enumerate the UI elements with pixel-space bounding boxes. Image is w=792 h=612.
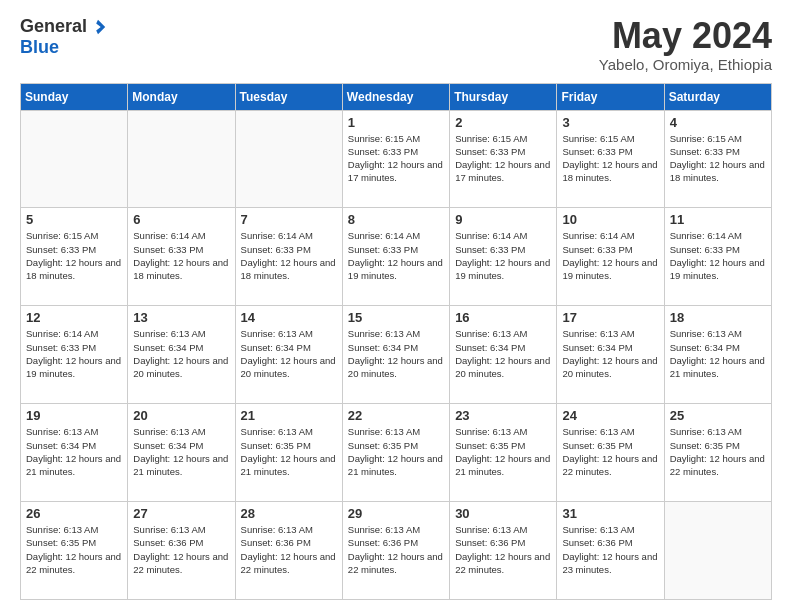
- day-info: Sunrise: 6:13 AM Sunset: 6:36 PM Dayligh…: [348, 523, 444, 576]
- calendar-week-4: 26Sunrise: 6:13 AM Sunset: 6:35 PM Dayli…: [21, 502, 772, 600]
- calendar-cell: 15Sunrise: 6:13 AM Sunset: 6:34 PM Dayli…: [342, 306, 449, 404]
- day-info: Sunrise: 6:13 AM Sunset: 6:34 PM Dayligh…: [348, 327, 444, 380]
- day-info: Sunrise: 6:13 AM Sunset: 6:34 PM Dayligh…: [133, 327, 229, 380]
- day-number: 22: [348, 408, 444, 423]
- calendar-cell: 12Sunrise: 6:14 AM Sunset: 6:33 PM Dayli…: [21, 306, 128, 404]
- logo-blue-text: Blue: [20, 37, 59, 57]
- day-info: Sunrise: 6:14 AM Sunset: 6:33 PM Dayligh…: [26, 327, 122, 380]
- day-number: 3: [562, 115, 658, 130]
- day-info: Sunrise: 6:13 AM Sunset: 6:36 PM Dayligh…: [455, 523, 551, 576]
- calendar-cell: 20Sunrise: 6:13 AM Sunset: 6:34 PM Dayli…: [128, 404, 235, 502]
- day-number: 10: [562, 212, 658, 227]
- calendar-cell: 19Sunrise: 6:13 AM Sunset: 6:34 PM Dayli…: [21, 404, 128, 502]
- day-info: Sunrise: 6:13 AM Sunset: 6:35 PM Dayligh…: [455, 425, 551, 478]
- logo: General Blue: [20, 16, 107, 58]
- day-number: 4: [670, 115, 766, 130]
- day-number: 26: [26, 506, 122, 521]
- calendar-cell: 8Sunrise: 6:14 AM Sunset: 6:33 PM Daylig…: [342, 208, 449, 306]
- calendar-cell: 27Sunrise: 6:13 AM Sunset: 6:36 PM Dayli…: [128, 502, 235, 600]
- day-info: Sunrise: 6:14 AM Sunset: 6:33 PM Dayligh…: [562, 229, 658, 282]
- day-number: 1: [348, 115, 444, 130]
- calendar-cell: 26Sunrise: 6:13 AM Sunset: 6:35 PM Dayli…: [21, 502, 128, 600]
- calendar-cell: 21Sunrise: 6:13 AM Sunset: 6:35 PM Dayli…: [235, 404, 342, 502]
- calendar-cell: [21, 110, 128, 208]
- calendar-cell: 30Sunrise: 6:13 AM Sunset: 6:36 PM Dayli…: [450, 502, 557, 600]
- day-info: Sunrise: 6:15 AM Sunset: 6:33 PM Dayligh…: [562, 132, 658, 185]
- day-number: 30: [455, 506, 551, 521]
- day-info: Sunrise: 6:14 AM Sunset: 6:33 PM Dayligh…: [241, 229, 337, 282]
- calendar-cell: 13Sunrise: 6:13 AM Sunset: 6:34 PM Dayli…: [128, 306, 235, 404]
- logo-icon: [89, 18, 107, 36]
- logo-general-text: General: [20, 16, 87, 37]
- day-info: Sunrise: 6:13 AM Sunset: 6:34 PM Dayligh…: [670, 327, 766, 380]
- calendar-cell: 5Sunrise: 6:15 AM Sunset: 6:33 PM Daylig…: [21, 208, 128, 306]
- calendar-cell: [128, 110, 235, 208]
- calendar-cell: 9Sunrise: 6:14 AM Sunset: 6:33 PM Daylig…: [450, 208, 557, 306]
- day-info: Sunrise: 6:14 AM Sunset: 6:33 PM Dayligh…: [670, 229, 766, 282]
- month-title: May 2024: [599, 16, 772, 56]
- calendar-cell: 31Sunrise: 6:13 AM Sunset: 6:36 PM Dayli…: [557, 502, 664, 600]
- day-info: Sunrise: 6:13 AM Sunset: 6:34 PM Dayligh…: [26, 425, 122, 478]
- day-number: 23: [455, 408, 551, 423]
- calendar-cell: 10Sunrise: 6:14 AM Sunset: 6:33 PM Dayli…: [557, 208, 664, 306]
- calendar-header-wednesday: Wednesday: [342, 83, 449, 110]
- calendar-cell: 29Sunrise: 6:13 AM Sunset: 6:36 PM Dayli…: [342, 502, 449, 600]
- day-info: Sunrise: 6:13 AM Sunset: 6:35 PM Dayligh…: [670, 425, 766, 478]
- day-info: Sunrise: 6:13 AM Sunset: 6:36 PM Dayligh…: [562, 523, 658, 576]
- calendar-cell: 6Sunrise: 6:14 AM Sunset: 6:33 PM Daylig…: [128, 208, 235, 306]
- day-number: 12: [26, 310, 122, 325]
- calendar-cell: 18Sunrise: 6:13 AM Sunset: 6:34 PM Dayli…: [664, 306, 771, 404]
- day-info: Sunrise: 6:13 AM Sunset: 6:35 PM Dayligh…: [348, 425, 444, 478]
- calendar-table: SundayMondayTuesdayWednesdayThursdayFrid…: [20, 83, 772, 600]
- day-number: 11: [670, 212, 766, 227]
- calendar-week-0: 1Sunrise: 6:15 AM Sunset: 6:33 PM Daylig…: [21, 110, 772, 208]
- calendar-cell: 1Sunrise: 6:15 AM Sunset: 6:33 PM Daylig…: [342, 110, 449, 208]
- location-text: Yabelo, Oromiya, Ethiopia: [599, 56, 772, 73]
- calendar-header-thursday: Thursday: [450, 83, 557, 110]
- day-number: 17: [562, 310, 658, 325]
- day-number: 21: [241, 408, 337, 423]
- calendar-cell: 17Sunrise: 6:13 AM Sunset: 6:34 PM Dayli…: [557, 306, 664, 404]
- day-info: Sunrise: 6:13 AM Sunset: 6:35 PM Dayligh…: [26, 523, 122, 576]
- day-info: Sunrise: 6:13 AM Sunset: 6:34 PM Dayligh…: [455, 327, 551, 380]
- calendar-cell: 2Sunrise: 6:15 AM Sunset: 6:33 PM Daylig…: [450, 110, 557, 208]
- calendar-header-tuesday: Tuesday: [235, 83, 342, 110]
- day-number: 27: [133, 506, 229, 521]
- svg-marker-0: [96, 19, 105, 33]
- day-info: Sunrise: 6:13 AM Sunset: 6:34 PM Dayligh…: [133, 425, 229, 478]
- day-info: Sunrise: 6:13 AM Sunset: 6:36 PM Dayligh…: [133, 523, 229, 576]
- calendar-header-monday: Monday: [128, 83, 235, 110]
- day-info: Sunrise: 6:14 AM Sunset: 6:33 PM Dayligh…: [348, 229, 444, 282]
- day-info: Sunrise: 6:14 AM Sunset: 6:33 PM Dayligh…: [455, 229, 551, 282]
- day-info: Sunrise: 6:15 AM Sunset: 6:33 PM Dayligh…: [348, 132, 444, 185]
- day-number: 2: [455, 115, 551, 130]
- day-number: 15: [348, 310, 444, 325]
- day-number: 6: [133, 212, 229, 227]
- day-info: Sunrise: 6:15 AM Sunset: 6:33 PM Dayligh…: [455, 132, 551, 185]
- day-info: Sunrise: 6:15 AM Sunset: 6:33 PM Dayligh…: [670, 132, 766, 185]
- day-info: Sunrise: 6:13 AM Sunset: 6:35 PM Dayligh…: [241, 425, 337, 478]
- day-info: Sunrise: 6:15 AM Sunset: 6:33 PM Dayligh…: [26, 229, 122, 282]
- calendar-cell: 4Sunrise: 6:15 AM Sunset: 6:33 PM Daylig…: [664, 110, 771, 208]
- calendar-cell: 14Sunrise: 6:13 AM Sunset: 6:34 PM Dayli…: [235, 306, 342, 404]
- calendar-cell: 22Sunrise: 6:13 AM Sunset: 6:35 PM Dayli…: [342, 404, 449, 502]
- header-right: May 2024 Yabelo, Oromiya, Ethiopia: [599, 16, 772, 73]
- calendar-cell: [235, 110, 342, 208]
- calendar-header-friday: Friday: [557, 83, 664, 110]
- calendar-header-row: SundayMondayTuesdayWednesdayThursdayFrid…: [21, 83, 772, 110]
- day-number: 7: [241, 212, 337, 227]
- calendar-cell: 7Sunrise: 6:14 AM Sunset: 6:33 PM Daylig…: [235, 208, 342, 306]
- calendar-header-saturday: Saturday: [664, 83, 771, 110]
- calendar-cell: 23Sunrise: 6:13 AM Sunset: 6:35 PM Dayli…: [450, 404, 557, 502]
- calendar-week-3: 19Sunrise: 6:13 AM Sunset: 6:34 PM Dayli…: [21, 404, 772, 502]
- calendar-cell: 24Sunrise: 6:13 AM Sunset: 6:35 PM Dayli…: [557, 404, 664, 502]
- calendar-cell: [664, 502, 771, 600]
- day-number: 20: [133, 408, 229, 423]
- day-number: 5: [26, 212, 122, 227]
- calendar-cell: 28Sunrise: 6:13 AM Sunset: 6:36 PM Dayli…: [235, 502, 342, 600]
- day-number: 16: [455, 310, 551, 325]
- page-header: General Blue May 2024 Yabelo, Oromiya, E…: [20, 16, 772, 73]
- calendar-cell: 25Sunrise: 6:13 AM Sunset: 6:35 PM Dayli…: [664, 404, 771, 502]
- calendar-cell: 16Sunrise: 6:13 AM Sunset: 6:34 PM Dayli…: [450, 306, 557, 404]
- day-number: 31: [562, 506, 658, 521]
